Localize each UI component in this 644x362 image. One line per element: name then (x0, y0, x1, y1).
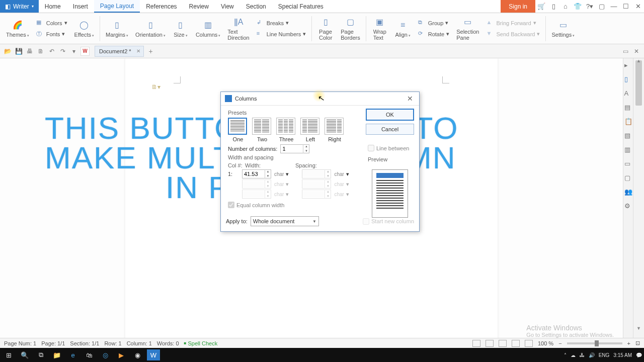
dialog-close-button[interactable]: ✕ (405, 95, 415, 103)
start-button[interactable]: ⊞ (2, 349, 15, 360)
tab-review[interactable]: Review (183, 0, 215, 13)
wps-logo-icon[interactable]: W (80, 47, 90, 56)
undo-icon[interactable]: ↶ (47, 47, 56, 56)
print-preview-icon[interactable]: 🗎 (36, 47, 45, 56)
store-button[interactable]: 🛍 (83, 349, 96, 360)
cancel-button[interactable]: Cancel (366, 124, 414, 135)
preset-left[interactable]: Left (300, 118, 320, 142)
tray-clock[interactable]: 3:15 AM (613, 352, 632, 358)
line-numbers-button[interactable]: ≡Line Numbers▾ (254, 29, 309, 39)
sp-collapse-icon[interactable]: ▸ (624, 61, 632, 69)
apply-to-combo[interactable]: Whole document▼ (251, 216, 319, 226)
new-tab-button[interactable]: + (146, 47, 156, 55)
tray-network-icon[interactable]: 🖧 (580, 352, 585, 358)
window-list-icon[interactable]: ▭ (621, 47, 630, 56)
scroll-down-icon[interactable]: ▼ (633, 326, 644, 331)
help-icon[interactable]: ?▾ (584, 0, 596, 13)
zoom-label[interactable]: 100 % (538, 340, 553, 346)
tab-view[interactable]: View (215, 0, 240, 13)
tray-notifications-icon[interactable]: 💬 (636, 352, 642, 358)
status-column[interactable]: Column: 1 (127, 340, 152, 346)
align-button[interactable]: ≡Align▾ (392, 19, 414, 39)
sp-doc-icon[interactable]: ▯ (624, 75, 632, 83)
status-page-num[interactable]: Page Num: 1 (4, 340, 36, 346)
breaks-button[interactable]: ↲Breaks▾ (254, 18, 309, 28)
themes-button[interactable]: 🌈Themes▾ (3, 19, 32, 39)
cart-icon[interactable]: 🛒 (535, 0, 547, 13)
ribbon-toggle-icon[interactable]: ▢ (596, 0, 608, 13)
task-view-button[interactable]: ⧉ (34, 349, 47, 360)
dialog-titlebar[interactable]: Columns ✕ (221, 92, 419, 106)
sp-task-icon[interactable]: ▢ (624, 174, 632, 182)
num-columns-input[interactable] (281, 146, 303, 152)
tray-up-icon[interactable]: ˄ (564, 352, 567, 358)
open-icon[interactable]: 📂 (3, 47, 12, 56)
vertical-scrollbar[interactable]: ▲ ▼ (633, 58, 644, 340)
selection-pane-button[interactable]: ▭Selection Pane (453, 16, 482, 42)
tray-lang[interactable]: ENG (599, 352, 610, 358)
scrollbar-thumb[interactable] (635, 60, 642, 106)
zoom-slider[interactable] (567, 342, 622, 344)
view-reading-icon[interactable] (512, 340, 520, 347)
sp-style-icon[interactable]: A (624, 89, 632, 98)
chrome-button[interactable]: ◉ (131, 349, 144, 360)
status-words[interactable]: Words: 0 (157, 340, 179, 346)
zoom-out-button[interactable]: − (558, 340, 561, 346)
document-tab[interactable]: Document2 * ✕ (95, 46, 144, 57)
page-options-icon[interactable]: 🗎▾ (151, 83, 160, 90)
size-button[interactable]: ▯Size▾ (170, 19, 192, 39)
wrap-text-button[interactable]: ▣Wrap Text (369, 16, 391, 42)
close-button[interactable]: ✕ (632, 0, 644, 13)
sp-shape-icon[interactable]: ▧ (624, 132, 632, 140)
view-fullscreen-icon[interactable] (525, 340, 533, 347)
maximize-button[interactable]: ☐ (620, 0, 632, 13)
page-color-button[interactable]: ▯Page Color (314, 16, 337, 42)
tab-references[interactable]: References (140, 0, 183, 13)
app-menu-button[interactable]: ◧ Writer ▾ (0, 0, 39, 13)
print-icon[interactable]: 🖶 (25, 47, 34, 56)
settings-button[interactable]: ▭Settings▾ (548, 19, 578, 39)
colors-button[interactable]: ▦Colors▾ (33, 18, 70, 28)
wps-writer-taskbar-button[interactable]: W (147, 349, 160, 360)
status-section[interactable]: Section: 1/1 (70, 340, 99, 346)
file-explorer-button[interactable]: 📁 (50, 349, 63, 360)
redo-icon[interactable]: ↷ (58, 47, 67, 56)
rotate-button[interactable]: ⟳Rotate▾ (415, 29, 452, 39)
sp-clipboard-icon[interactable]: 📋 (624, 118, 632, 126)
sp-settings-icon[interactable]: ⚙ (624, 202, 632, 210)
search-button[interactable]: 🔍 (18, 349, 31, 360)
tab-page-layout[interactable]: Page Layout (94, 0, 140, 13)
tray-volume-icon[interactable]: 🔊 (589, 352, 595, 358)
edge-button[interactable]: e (66, 349, 79, 360)
preset-right[interactable]: Right (325, 118, 345, 142)
home-icon[interactable]: ⌂ (559, 0, 572, 13)
status-page[interactable]: Page: 1/1 (41, 340, 65, 346)
qat-more-icon[interactable]: ▾ (69, 47, 78, 56)
num-columns-spinner[interactable]: ▲▼ (280, 144, 309, 153)
sign-in-button[interactable]: Sign in (501, 0, 535, 13)
fonts-button[interactable]: ⓉFonts▾ (33, 29, 70, 39)
app1-button[interactable]: ◎ (99, 349, 112, 360)
view-web-icon[interactable] (499, 340, 507, 347)
spin-down-icon[interactable]: ▼ (265, 174, 271, 178)
view-page-icon[interactable] (472, 340, 480, 347)
tab-special-features[interactable]: Special Features (272, 0, 330, 13)
width-1-input[interactable] (243, 171, 265, 177)
zoom-in-button[interactable]: + (627, 340, 630, 346)
doc-icon[interactable]: ▯ (547, 0, 559, 13)
spin-down-icon[interactable]: ▼ (303, 149, 309, 153)
minimize-button[interactable]: — (608, 0, 620, 13)
columns-button[interactable]: ▥Columns▾ (193, 19, 223, 39)
window-close-icon[interactable]: ✕ (632, 47, 641, 56)
orientation-button[interactable]: ▯Orientation▾ (132, 19, 169, 39)
status-spellcheck[interactable]: Spell Check (184, 340, 218, 346)
preset-three[interactable]: Three (276, 118, 296, 142)
tab-section[interactable]: Section (240, 0, 272, 13)
sp-nav-icon[interactable]: ▥ (624, 146, 632, 154)
width-1-spinner[interactable]: ▲▼ (242, 169, 271, 178)
text-direction-button[interactable]: ǁAText Direction (224, 16, 252, 42)
preset-two[interactable]: Two (252, 118, 272, 142)
page-borders-button[interactable]: ▢Page Borders (338, 16, 363, 42)
effects-button[interactable]: ◯Effects▾ (71, 19, 97, 39)
scroll-up-icon[interactable]: ▲ (633, 58, 644, 63)
